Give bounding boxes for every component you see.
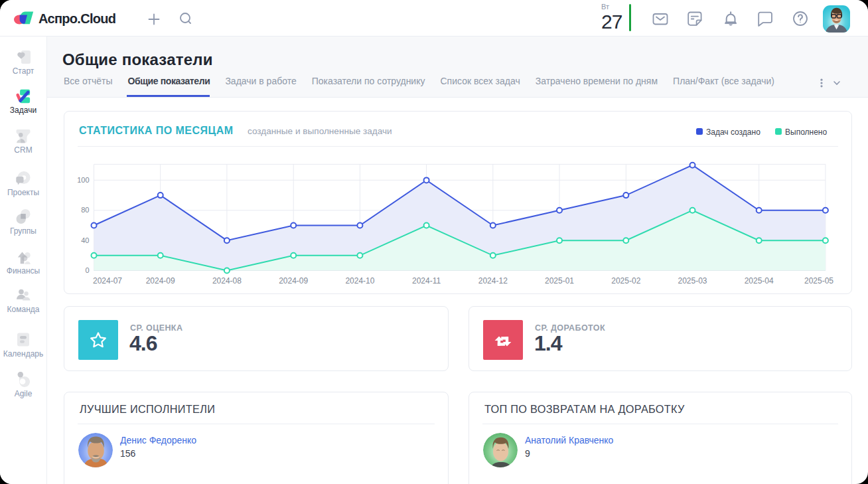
svg-text:80: 80 <box>81 206 89 214</box>
svg-text:Выполнено: Выполнено <box>785 127 827 137</box>
svg-text:2025-03: 2025-03 <box>678 276 707 285</box>
svg-text:2025-02: 2025-02 <box>611 276 640 285</box>
svg-text:2025-01: 2025-01 <box>545 276 574 285</box>
svg-text:2024-07: 2024-07 <box>93 276 122 285</box>
svg-text:2025-04: 2025-04 <box>745 276 774 285</box>
svg-text:2024-10: 2024-10 <box>345 276 374 285</box>
svg-text:2024-12: 2024-12 <box>478 276 508 285</box>
svg-text:2025-05: 2025-05 <box>804 276 833 285</box>
svg-text:2024-08: 2024-08 <box>212 276 242 285</box>
svg-text:2024-09: 2024-09 <box>279 276 308 285</box>
svg-text:2024-09: 2024-09 <box>146 276 175 285</box>
svg-text:40: 40 <box>81 236 89 244</box>
svg-text:2024-11: 2024-11 <box>412 276 441 285</box>
svg-text:100: 100 <box>77 176 89 184</box>
svg-text:0: 0 <box>85 266 89 274</box>
svg-text:Задач создано: Задач создано <box>706 127 760 137</box>
